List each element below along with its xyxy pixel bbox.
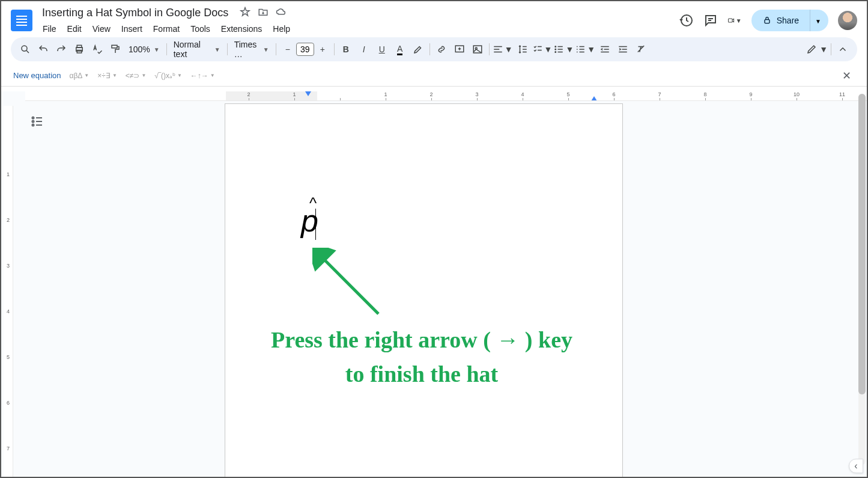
underline-icon[interactable]: U — [374, 41, 390, 58]
math-operations-dropdown[interactable]: √‾()xₐᵇ▼ — [154, 72, 182, 80]
ruler-h-tick: 1 — [363, 91, 408, 100]
document-area: 21123456789101112131415 1234567891011121… — [1, 91, 867, 477]
ruler-h-tick: 3 — [454, 91, 500, 100]
app-header: Inserting a Hat Symbol in Google Docs Fi… — [1, 1, 867, 35]
menu-insert[interactable]: Insert — [117, 22, 147, 36]
highlight-icon[interactable] — [410, 41, 426, 58]
collapse-toolbar-icon[interactable] — [834, 41, 851, 58]
bullet-list-icon[interactable]: ▼ — [553, 41, 574, 58]
comments-icon[interactable] — [703, 13, 718, 28]
editing-mode-icon[interactable]: ▼ — [806, 41, 828, 58]
add-comment-icon[interactable] — [451, 41, 468, 58]
arrows-dropdown[interactable]: ←↑→▼ — [190, 72, 215, 80]
vertical-ruler[interactable]: 12345678910111213 — [4, 106, 13, 477]
main-toolbar: 100%▼ Normal text▼ Times …▼ − + B I U A … — [11, 37, 857, 61]
zoom-select[interactable]: 100%▼ — [125, 44, 163, 54]
menu-help[interactable]: Help — [269, 22, 294, 36]
menu-bar: File Edit View Insert Format Tools Exten… — [38, 22, 679, 36]
search-icon[interactable] — [17, 41, 34, 58]
font-size-input[interactable] — [296, 43, 314, 56]
share-button[interactable]: Share — [751, 10, 810, 31]
relations-dropdown[interactable]: <≠⊃▼ — [126, 72, 147, 80]
bold-icon[interactable]: B — [338, 41, 354, 58]
decrease-font-icon[interactable]: − — [279, 41, 296, 58]
font-value: Times … — [234, 40, 259, 59]
svg-point-15 — [32, 124, 34, 126]
line-spacing-icon[interactable] — [514, 41, 531, 58]
text-color-icon[interactable]: A — [392, 41, 408, 58]
scrollbar-thumb[interactable] — [858, 94, 866, 394]
increase-font-icon[interactable]: + — [314, 41, 331, 58]
docs-logo-icon[interactable] — [11, 10, 32, 31]
menu-tools[interactable]: Tools — [186, 22, 214, 36]
clear-formatting-icon[interactable] — [633, 41, 649, 58]
svg-rect-6 — [112, 45, 117, 48]
cloud-status-icon[interactable] — [276, 7, 287, 20]
ruler-v-tick: 3 — [4, 243, 13, 289]
menu-file[interactable]: File — [38, 22, 61, 36]
zoom-value: 100% — [129, 44, 150, 54]
horizontal-ruler[interactable]: 21123456789101112131415 — [25, 91, 867, 101]
title-area: Inserting a Hat Symbol in Google Docs Fi… — [38, 5, 679, 36]
ruler-v-tick — [4, 106, 13, 152]
greek-letters-dropdown[interactable]: αβΔ▼ — [70, 72, 90, 80]
indent-decrease-icon[interactable] — [596, 41, 613, 58]
document-outline-icon[interactable] — [30, 114, 44, 129]
ruler-h-tick — [317, 91, 363, 100]
annotation-arrow — [312, 248, 396, 332]
close-equation-toolbar-icon[interactable]: ✕ — [842, 69, 851, 82]
meet-icon[interactable]: ▼ — [727, 13, 742, 28]
font-select[interactable]: Times …▼ — [231, 40, 273, 59]
move-icon[interactable] — [258, 7, 269, 20]
align-icon[interactable]: ▼ — [493, 41, 513, 58]
svg-rect-0 — [728, 19, 732, 22]
ruler-v-tick: 5 — [4, 334, 13, 380]
history-icon[interactable] — [679, 13, 694, 28]
ruler-h-tick: 2 — [226, 91, 272, 100]
right-indent-marker[interactable] — [591, 96, 597, 101]
annotation-text: Press the right arrow ( → ) key to finis… — [266, 323, 578, 391]
side-panel-expand-icon[interactable]: ‹ — [849, 459, 863, 473]
ruler-v-tick: 2 — [4, 197, 13, 243]
menu-view[interactable]: View — [88, 22, 115, 36]
ruler-h-tick: 7 — [637, 91, 682, 100]
indent-increase-icon[interactable] — [615, 41, 631, 58]
spellcheck-icon[interactable] — [89, 41, 106, 58]
document-page[interactable]: ^ p — [225, 103, 623, 477]
menu-format[interactable]: Format — [149, 22, 184, 36]
vertical-scrollbar[interactable] — [858, 94, 866, 465]
ruler-h-tick: 5 — [545, 91, 591, 100]
document-title[interactable]: Inserting a Hat Symbol in Google Docs — [38, 5, 232, 20]
svg-point-11 — [555, 49, 556, 50]
ruler-v-tick: 1 — [4, 152, 13, 197]
svg-line-16 — [321, 257, 378, 314]
link-icon[interactable] — [433, 41, 450, 58]
ruler-h-tick: 10 — [774, 91, 819, 100]
style-value: Normal text — [174, 40, 211, 59]
print-icon[interactable] — [71, 41, 88, 58]
misc-operations-dropdown[interactable]: ×÷∃▼ — [97, 72, 117, 80]
ruler-v-tick: 4 — [4, 289, 13, 334]
redo-icon[interactable] — [53, 41, 70, 58]
menu-extensions[interactable]: Extensions — [217, 22, 266, 36]
checklist-icon[interactable]: ▼ — [532, 41, 553, 58]
numbered-list-icon[interactable]: ▼ — [575, 41, 595, 58]
style-select[interactable]: Normal text▼ — [170, 40, 224, 59]
svg-point-2 — [22, 46, 27, 51]
account-avatar[interactable] — [838, 11, 857, 30]
svg-rect-4 — [77, 45, 82, 47]
svg-point-13 — [32, 117, 34, 119]
undo-icon[interactable] — [35, 41, 52, 58]
svg-point-12 — [555, 52, 556, 53]
menu-edit[interactable]: Edit — [63, 22, 86, 36]
star-icon[interactable] — [240, 7, 250, 20]
left-indent-marker[interactable] — [305, 91, 311, 96]
equation-content[interactable]: ^ p — [301, 194, 318, 230]
ruler-h-tick: 6 — [591, 91, 637, 100]
ruler-h-tick: 2 — [408, 91, 454, 100]
italic-icon[interactable]: I — [356, 41, 372, 58]
paint-format-icon[interactable] — [107, 41, 124, 58]
share-dropdown[interactable]: ▼ — [810, 10, 828, 31]
insert-image-icon[interactable] — [469, 41, 486, 58]
new-equation-button[interactable]: New equation — [13, 71, 61, 80]
